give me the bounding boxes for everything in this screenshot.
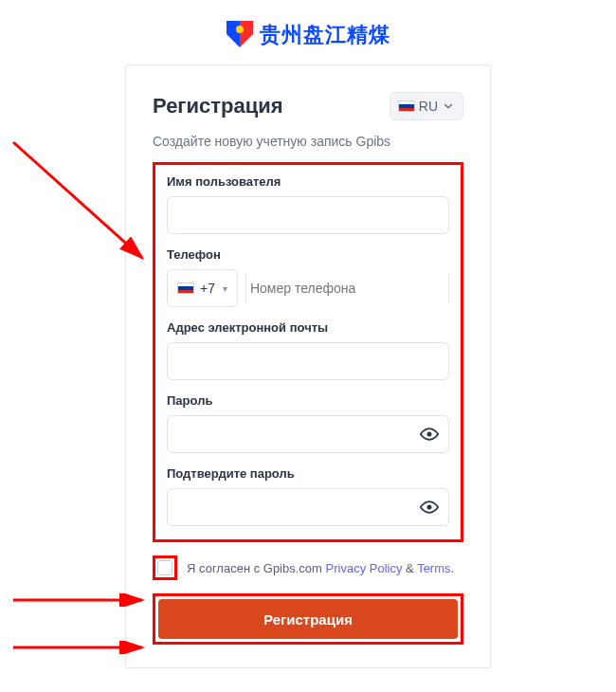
dial-code: +7 bbox=[200, 281, 215, 296]
flag-ru-icon bbox=[177, 282, 194, 294]
label-username: Имя пользователя bbox=[167, 174, 449, 189]
terms-checkbox[interactable] bbox=[157, 560, 172, 575]
email-input[interactable] bbox=[167, 342, 449, 380]
eye-icon bbox=[420, 498, 439, 517]
brand-header: 贵州盘江精煤 bbox=[0, 0, 616, 64]
toggle-password-visibility[interactable] bbox=[419, 424, 440, 445]
label-confirm-password: Подтвердите пароль bbox=[167, 466, 449, 481]
eye-icon bbox=[420, 425, 439, 444]
brand-logo-icon bbox=[226, 19, 254, 51]
submit-button[interactable]: Регистрация bbox=[158, 599, 458, 639]
language-code: RU bbox=[419, 99, 438, 114]
language-selector[interactable]: RU bbox=[390, 92, 463, 120]
username-input[interactable] bbox=[167, 196, 449, 234]
svg-point-0 bbox=[236, 26, 244, 33]
privacy-policy-link[interactable]: Privacy Policy bbox=[326, 561, 403, 575]
label-password: Пароль bbox=[167, 393, 449, 408]
phone-input[interactable] bbox=[246, 269, 448, 307]
checkbox-highlight-box bbox=[153, 555, 177, 580]
phone-input-wrap bbox=[245, 269, 449, 307]
terms-suffix: . bbox=[451, 561, 455, 575]
registration-card: Регистрация RU Создайте новую учетную за… bbox=[125, 64, 491, 668]
page-title: Регистрация bbox=[153, 94, 283, 118]
flag-ru-icon bbox=[398, 100, 415, 112]
form-highlight-box: Имя пользователя Телефон +7 ▾ Адрес элек… bbox=[153, 162, 463, 542]
terms-row: Я согласен с Gpibs.com Privacy Policy & … bbox=[153, 555, 463, 580]
terms-prefix: Я согласен с Gpibs.com bbox=[187, 561, 326, 575]
subtitle: Создайте новую учетную запись Gpibs bbox=[153, 134, 463, 149]
label-phone: Телефон bbox=[167, 247, 449, 262]
field-confirm-password: Подтвердите пароль bbox=[167, 466, 449, 526]
dial-code-selector[interactable]: +7 ▾ bbox=[167, 269, 238, 307]
svg-point-2 bbox=[427, 505, 432, 510]
toggle-confirm-visibility[interactable] bbox=[419, 497, 440, 518]
brand-text: 贵州盘江精煤 bbox=[260, 21, 390, 49]
field-phone: Телефон +7 ▾ bbox=[167, 247, 449, 307]
terms-sep: & bbox=[402, 561, 417, 575]
label-email: Адрес электронной почты bbox=[167, 320, 449, 335]
submit-highlight-box: Регистрация bbox=[153, 593, 463, 645]
terms-link[interactable]: Terms bbox=[417, 561, 450, 575]
svg-line-3 bbox=[13, 142, 142, 258]
terms-text: Я согласен с Gpibs.com Privacy Policy & … bbox=[187, 561, 454, 575]
confirm-password-input[interactable] bbox=[167, 488, 449, 526]
password-input[interactable] bbox=[167, 415, 449, 453]
field-username: Имя пользователя bbox=[167, 174, 449, 234]
field-password: Пароль bbox=[167, 393, 449, 453]
field-email: Адрес электронной почты bbox=[167, 320, 449, 380]
chevron-down-icon bbox=[442, 100, 455, 113]
svg-point-1 bbox=[427, 432, 432, 437]
caret-down-icon: ▾ bbox=[223, 283, 227, 294]
